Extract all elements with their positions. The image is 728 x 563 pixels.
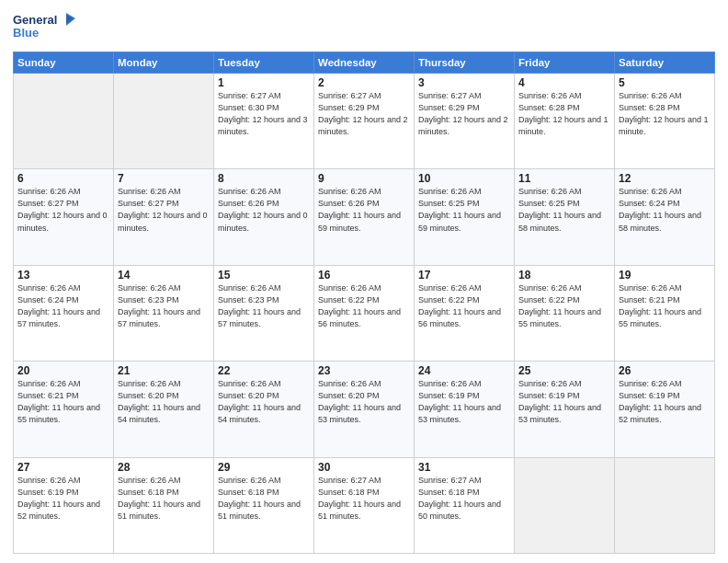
day-info: Sunrise: 6:27 AM Sunset: 6:29 PM Dayligh… <box>318 90 410 138</box>
weekday-header-saturday: Saturday <box>615 52 715 74</box>
day-info: Sunrise: 6:26 AM Sunset: 6:27 PM Dayligh… <box>17 186 109 234</box>
calendar-cell: 15Sunrise: 6:26 AM Sunset: 6:23 PM Dayli… <box>214 265 314 361</box>
day-number: 23 <box>318 364 410 377</box>
weekday-header-sunday: Sunday <box>14 52 114 74</box>
day-info: Sunrise: 6:26 AM Sunset: 6:19 PM Dayligh… <box>518 378 610 426</box>
day-number: 8 <box>218 172 310 185</box>
calendar-cell: 27Sunrise: 6:26 AM Sunset: 6:19 PM Dayli… <box>14 457 114 553</box>
calendar-cell: 11Sunrise: 6:26 AM Sunset: 6:25 PM Dayli… <box>515 169 615 265</box>
day-number: 18 <box>518 269 610 282</box>
calendar-cell: 14Sunrise: 6:26 AM Sunset: 6:23 PM Dayli… <box>114 265 214 361</box>
calendar-cell: 19Sunrise: 6:26 AM Sunset: 6:21 PM Dayli… <box>615 265 715 361</box>
calendar-cell: 18Sunrise: 6:26 AM Sunset: 6:22 PM Dayli… <box>515 265 615 361</box>
day-number: 13 <box>17 269 109 282</box>
calendar-cell: 5Sunrise: 6:26 AM Sunset: 6:28 PM Daylig… <box>615 74 715 169</box>
day-number: 14 <box>118 269 210 282</box>
calendar-cell: 16Sunrise: 6:26 AM Sunset: 6:22 PM Dayli… <box>314 265 415 361</box>
calendar-cell <box>515 457 615 553</box>
day-number: 28 <box>118 461 210 474</box>
day-info: Sunrise: 6:26 AM Sunset: 6:23 PM Dayligh… <box>218 282 310 330</box>
day-info: Sunrise: 6:27 AM Sunset: 6:18 PM Dayligh… <box>318 475 410 523</box>
calendar-cell: 7Sunrise: 6:26 AM Sunset: 6:27 PM Daylig… <box>114 169 214 265</box>
day-number: 27 <box>17 461 109 474</box>
day-info: Sunrise: 6:26 AM Sunset: 6:22 PM Dayligh… <box>518 282 610 330</box>
day-info: Sunrise: 6:26 AM Sunset: 6:23 PM Dayligh… <box>118 282 210 330</box>
svg-text:General: General <box>13 13 57 27</box>
calendar-cell: 28Sunrise: 6:26 AM Sunset: 6:18 PM Dayli… <box>114 457 214 553</box>
day-number: 25 <box>518 364 610 377</box>
day-number: 19 <box>619 269 711 282</box>
calendar-cell: 25Sunrise: 6:26 AM Sunset: 6:19 PM Dayli… <box>515 362 615 457</box>
day-info: Sunrise: 6:26 AM Sunset: 6:20 PM Dayligh… <box>118 378 210 426</box>
day-info: Sunrise: 6:26 AM Sunset: 6:28 PM Dayligh… <box>619 90 711 138</box>
calendar-cell: 29Sunrise: 6:26 AM Sunset: 6:18 PM Dayli… <box>214 457 314 553</box>
calendar-cell: 8Sunrise: 6:26 AM Sunset: 6:26 PM Daylig… <box>214 169 314 265</box>
day-number: 2 <box>318 76 410 89</box>
calendar-cell: 24Sunrise: 6:26 AM Sunset: 6:19 PM Dayli… <box>415 362 515 457</box>
day-number: 26 <box>619 364 711 377</box>
day-info: Sunrise: 6:26 AM Sunset: 6:18 PM Dayligh… <box>218 475 310 523</box>
day-number: 17 <box>418 269 510 282</box>
calendar-cell: 22Sunrise: 6:26 AM Sunset: 6:20 PM Dayli… <box>214 362 314 457</box>
calendar-table: SundayMondayTuesdayWednesdayThursdayFrid… <box>13 52 715 554</box>
day-info: Sunrise: 6:26 AM Sunset: 6:24 PM Dayligh… <box>619 186 711 234</box>
calendar-cell: 10Sunrise: 6:26 AM Sunset: 6:25 PM Dayli… <box>415 169 515 265</box>
day-info: Sunrise: 6:26 AM Sunset: 6:26 PM Dayligh… <box>318 186 410 234</box>
day-number: 5 <box>619 76 711 89</box>
calendar-cell: 12Sunrise: 6:26 AM Sunset: 6:24 PM Dayli… <box>615 169 715 265</box>
weekday-header-monday: Monday <box>114 52 214 74</box>
calendar-cell: 26Sunrise: 6:26 AM Sunset: 6:19 PM Dayli… <box>615 362 715 457</box>
day-number: 30 <box>318 461 410 474</box>
day-number: 21 <box>118 364 210 377</box>
weekday-header-row: SundayMondayTuesdayWednesdayThursdayFrid… <box>14 52 715 74</box>
day-info: Sunrise: 6:26 AM Sunset: 6:25 PM Dayligh… <box>518 186 610 234</box>
day-info: Sunrise: 6:26 AM Sunset: 6:26 PM Dayligh… <box>218 186 310 234</box>
svg-text:Blue: Blue <box>13 26 39 40</box>
day-info: Sunrise: 6:27 AM Sunset: 6:30 PM Dayligh… <box>218 90 310 138</box>
day-info: Sunrise: 6:26 AM Sunset: 6:27 PM Dayligh… <box>118 186 210 234</box>
calendar-cell: 3Sunrise: 6:27 AM Sunset: 6:29 PM Daylig… <box>415 74 515 169</box>
weekday-header-friday: Friday <box>515 52 615 74</box>
week-row-1: 1Sunrise: 6:27 AM Sunset: 6:30 PM Daylig… <box>14 74 715 169</box>
day-number: 20 <box>17 364 109 377</box>
calendar-cell: 17Sunrise: 6:26 AM Sunset: 6:22 PM Dayli… <box>415 265 515 361</box>
calendar-cell: 20Sunrise: 6:26 AM Sunset: 6:21 PM Dayli… <box>14 362 114 457</box>
day-number: 7 <box>118 172 210 185</box>
day-info: Sunrise: 6:26 AM Sunset: 6:18 PM Dayligh… <box>118 475 210 523</box>
day-number: 6 <box>17 172 109 185</box>
logo: General Blue <box>13 9 77 44</box>
calendar-cell: 13Sunrise: 6:26 AM Sunset: 6:24 PM Dayli… <box>14 265 114 361</box>
calendar-cell <box>14 74 114 169</box>
day-number: 4 <box>518 76 610 89</box>
calendar-cell <box>114 74 214 169</box>
day-info: Sunrise: 6:26 AM Sunset: 6:28 PM Dayligh… <box>518 90 610 138</box>
calendar-cell <box>615 457 715 553</box>
day-info: Sunrise: 6:27 AM Sunset: 6:29 PM Dayligh… <box>418 90 510 138</box>
header: General Blue <box>13 9 715 44</box>
week-row-3: 13Sunrise: 6:26 AM Sunset: 6:24 PM Dayli… <box>14 265 715 361</box>
calendar-cell: 2Sunrise: 6:27 AM Sunset: 6:29 PM Daylig… <box>314 74 415 169</box>
calendar-cell: 23Sunrise: 6:26 AM Sunset: 6:20 PM Dayli… <box>314 362 415 457</box>
day-info: Sunrise: 6:26 AM Sunset: 6:21 PM Dayligh… <box>619 282 711 330</box>
day-number: 24 <box>418 364 510 377</box>
day-info: Sunrise: 6:26 AM Sunset: 6:19 PM Dayligh… <box>619 378 711 426</box>
calendar-cell: 4Sunrise: 6:26 AM Sunset: 6:28 PM Daylig… <box>515 74 615 169</box>
day-info: Sunrise: 6:26 AM Sunset: 6:19 PM Dayligh… <box>418 378 510 426</box>
calendar-cell: 1Sunrise: 6:27 AM Sunset: 6:30 PM Daylig… <box>214 74 314 169</box>
day-number: 22 <box>218 364 310 377</box>
weekday-header-thursday: Thursday <box>415 52 515 74</box>
day-info: Sunrise: 6:26 AM Sunset: 6:25 PM Dayligh… <box>418 186 510 234</box>
day-number: 16 <box>318 269 410 282</box>
week-row-5: 27Sunrise: 6:26 AM Sunset: 6:19 PM Dayli… <box>14 457 715 553</box>
calendar-cell: 6Sunrise: 6:26 AM Sunset: 6:27 PM Daylig… <box>14 169 114 265</box>
day-number: 15 <box>218 269 310 282</box>
day-number: 10 <box>418 172 510 185</box>
day-info: Sunrise: 6:26 AM Sunset: 6:22 PM Dayligh… <box>318 282 410 330</box>
page: General Blue SundayMondayTuesdayWednesda… <box>0 0 728 563</box>
weekday-header-tuesday: Tuesday <box>214 52 314 74</box>
calendar-cell: 30Sunrise: 6:27 AM Sunset: 6:18 PM Dayli… <box>314 457 415 553</box>
day-info: Sunrise: 6:26 AM Sunset: 6:19 PM Dayligh… <box>17 475 109 523</box>
weekday-header-wednesday: Wednesday <box>314 52 415 74</box>
day-info: Sunrise: 6:27 AM Sunset: 6:18 PM Dayligh… <box>418 475 510 523</box>
calendar-cell: 9Sunrise: 6:26 AM Sunset: 6:26 PM Daylig… <box>314 169 415 265</box>
